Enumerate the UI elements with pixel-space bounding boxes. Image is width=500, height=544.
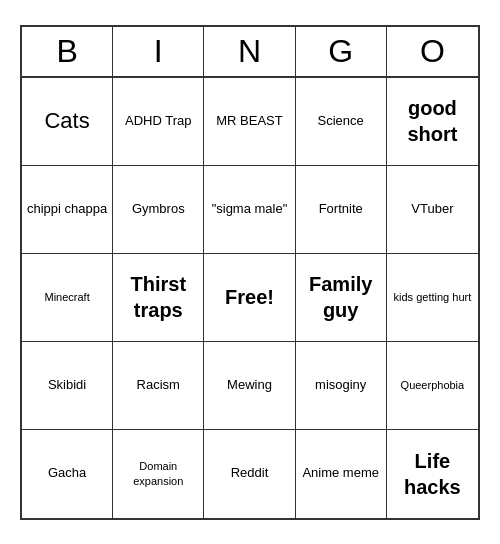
- bingo-cell-15: Skibidi: [22, 342, 113, 430]
- bingo-cell-18: misoginy: [296, 342, 387, 430]
- bingo-cell-23: Anime meme: [296, 430, 387, 518]
- bingo-header: BINGO: [22, 27, 478, 78]
- bingo-cell-12: Free!: [204, 254, 295, 342]
- bingo-grid: CatsADHD TrapMR BEASTSciencegood shortch…: [22, 78, 478, 518]
- bingo-cell-2: MR BEAST: [204, 78, 295, 166]
- bingo-letter: I: [113, 27, 204, 76]
- bingo-card: BINGO CatsADHD TrapMR BEASTSciencegood s…: [20, 25, 480, 520]
- bingo-cell-16: Racism: [113, 342, 204, 430]
- bingo-cell-13: Family guy: [296, 254, 387, 342]
- bingo-cell-11: Thirst traps: [113, 254, 204, 342]
- bingo-cell-10: Minecraft: [22, 254, 113, 342]
- bingo-cell-24: Life hacks: [387, 430, 478, 518]
- bingo-cell-22: Reddit: [204, 430, 295, 518]
- bingo-cell-5: chippi chappa: [22, 166, 113, 254]
- bingo-cell-6: Gymbros: [113, 166, 204, 254]
- bingo-cell-4: good short: [387, 78, 478, 166]
- bingo-letter: N: [204, 27, 295, 76]
- bingo-letter: O: [387, 27, 478, 76]
- bingo-cell-19: Queerphobia: [387, 342, 478, 430]
- bingo-cell-9: VTuber: [387, 166, 478, 254]
- bingo-cell-21: Domain expansion: [113, 430, 204, 518]
- bingo-cell-14: kids getting hurt: [387, 254, 478, 342]
- bingo-cell-1: ADHD Trap: [113, 78, 204, 166]
- bingo-cell-0: Cats: [22, 78, 113, 166]
- bingo-letter: G: [296, 27, 387, 76]
- bingo-letter: B: [22, 27, 113, 76]
- bingo-cell-8: Fortnite: [296, 166, 387, 254]
- bingo-cell-7: "sigma male": [204, 166, 295, 254]
- bingo-cell-20: Gacha: [22, 430, 113, 518]
- bingo-cell-3: Science: [296, 78, 387, 166]
- bingo-cell-17: Mewing: [204, 342, 295, 430]
